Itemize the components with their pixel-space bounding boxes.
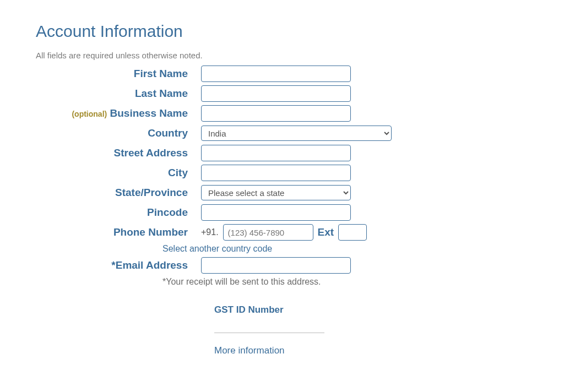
email-receipt-note: *Your receipt will be sent to this addre… bbox=[162, 277, 564, 287]
ext-label: Ext bbox=[318, 226, 334, 238]
city-input[interactable] bbox=[201, 165, 351, 181]
gst-id-underline bbox=[214, 325, 324, 333]
business-name-input[interactable] bbox=[201, 105, 351, 122]
page-title: Account Information bbox=[36, 22, 564, 41]
street-address-label: Street Address bbox=[36, 147, 201, 159]
state-label: State/Province bbox=[36, 187, 201, 199]
first-name-label: First Name bbox=[36, 68, 201, 80]
state-select[interactable]: Please select a state bbox=[201, 185, 351, 200]
phone-label: Phone Number bbox=[36, 226, 201, 238]
last-name-label: Last Name bbox=[36, 88, 201, 100]
gst-id-label: GST ID Number bbox=[214, 304, 564, 315]
city-label: City bbox=[36, 167, 201, 179]
ext-input[interactable] bbox=[338, 224, 367, 241]
street-address-input[interactable] bbox=[201, 145, 351, 161]
country-label: Country bbox=[36, 127, 201, 139]
email-input[interactable] bbox=[201, 257, 351, 274]
phone-country-code: +91. bbox=[201, 227, 219, 237]
more-information-link[interactable]: More information bbox=[214, 345, 564, 356]
business-name-label: Business Name bbox=[110, 107, 188, 119]
phone-input[interactable] bbox=[223, 224, 313, 241]
required-fields-note: All fields are required unless otherwise… bbox=[36, 51, 564, 60]
pincode-input[interactable] bbox=[201, 204, 351, 221]
email-label: *Email Address bbox=[36, 259, 201, 271]
select-country-code-link[interactable]: Select another country code bbox=[162, 244, 564, 254]
last-name-input[interactable] bbox=[201, 85, 351, 102]
first-name-input[interactable] bbox=[201, 66, 351, 82]
country-select[interactable]: India bbox=[201, 126, 392, 141]
optional-tag: (optional) bbox=[72, 110, 107, 118]
pincode-label: Pincode bbox=[36, 206, 201, 219]
